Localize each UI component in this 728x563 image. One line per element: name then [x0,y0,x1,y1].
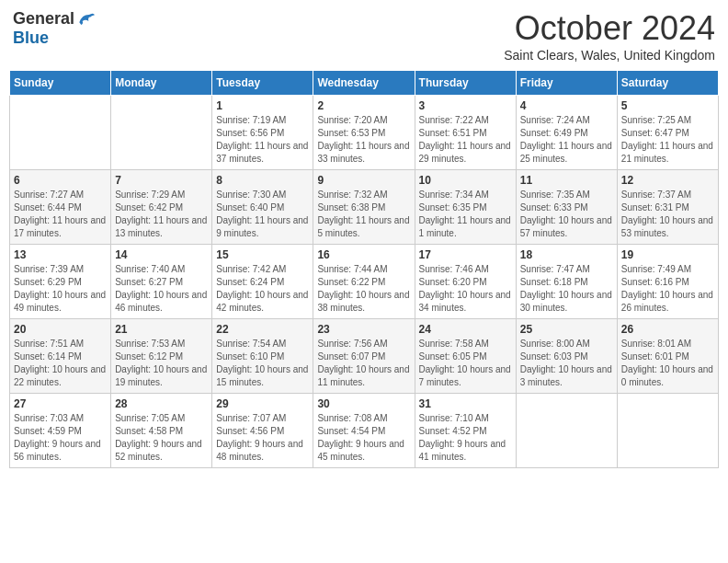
calendar-table: SundayMondayTuesdayWednesdayThursdayFrid… [9,70,719,468]
calendar-week-row: 27Sunrise: 7:03 AM Sunset: 4:59 PM Dayli… [10,394,719,468]
calendar-day-header: Wednesday [313,71,415,96]
day-info: Sunrise: 7:42 AM Sunset: 6:24 PM Dayligh… [216,263,309,315]
calendar-day-cell: 19Sunrise: 7:49 AM Sunset: 6:16 PM Dayli… [617,245,718,319]
calendar-day-header: Monday [111,71,212,96]
day-info: Sunrise: 7:20 AM Sunset: 6:53 PM Dayligh… [317,114,410,166]
day-number: 1 [216,99,309,112]
day-info: Sunrise: 7:29 AM Sunset: 6:42 PM Dayligh… [115,189,208,240]
day-info: Sunrise: 7:44 AM Sunset: 6:22 PM Dayligh… [317,263,410,315]
calendar-day-cell: 4Sunrise: 7:24 AM Sunset: 6:49 PM Daylig… [516,96,617,170]
logo-bird-icon [76,10,95,29]
calendar-day-cell [516,394,617,468]
calendar-day-cell: 21Sunrise: 7:53 AM Sunset: 6:12 PM Dayli… [111,319,212,394]
calendar-week-row: 6Sunrise: 7:27 AM Sunset: 6:44 PM Daylig… [10,170,719,245]
calendar-day-header: Sunday [10,71,111,96]
day-number: 13 [14,248,107,261]
calendar-day-cell: 6Sunrise: 7:27 AM Sunset: 6:44 PM Daylig… [10,170,111,245]
calendar-day-header: Thursday [415,71,516,96]
day-number: 5 [621,99,714,112]
day-info: Sunrise: 7:54 AM Sunset: 6:10 PM Dayligh… [216,338,309,389]
calendar-day-cell: 13Sunrise: 7:39 AM Sunset: 6:29 PM Dayli… [10,245,111,319]
calendar-day-cell: 9Sunrise: 7:32 AM Sunset: 6:38 PM Daylig… [313,170,415,245]
day-info: Sunrise: 7:37 AM Sunset: 6:31 PM Dayligh… [621,189,714,240]
day-info: Sunrise: 7:58 AM Sunset: 6:05 PM Dayligh… [419,338,512,389]
calendar-day-cell: 2Sunrise: 7:20 AM Sunset: 6:53 PM Daylig… [313,96,415,170]
calendar-day-cell: 30Sunrise: 7:08 AM Sunset: 4:54 PM Dayli… [313,394,415,468]
day-info: Sunrise: 7:05 AM Sunset: 4:58 PM Dayligh… [115,412,208,464]
day-info: Sunrise: 7:35 AM Sunset: 6:33 PM Dayligh… [520,189,613,240]
calendar-day-cell [10,96,111,170]
logo-general-text: General [13,9,74,29]
month-title: October 2024 [504,9,715,48]
calendar-day-header: Tuesday [212,71,313,96]
day-number: 24 [419,323,512,336]
calendar-day-cell: 18Sunrise: 7:47 AM Sunset: 6:18 PM Dayli… [516,245,617,319]
calendar-day-cell: 16Sunrise: 7:44 AM Sunset: 6:22 PM Dayli… [313,245,415,319]
day-info: Sunrise: 7:34 AM Sunset: 6:35 PM Dayligh… [419,189,512,240]
calendar-day-cell: 14Sunrise: 7:40 AM Sunset: 6:27 PM Dayli… [111,245,212,319]
day-number: 14 [115,248,208,261]
day-info: Sunrise: 7:46 AM Sunset: 6:20 PM Dayligh… [419,263,512,315]
day-info: Sunrise: 7:40 AM Sunset: 6:27 PM Dayligh… [115,263,208,315]
day-info: Sunrise: 7:56 AM Sunset: 6:07 PM Dayligh… [317,338,410,389]
calendar-day-cell: 31Sunrise: 7:10 AM Sunset: 4:52 PM Dayli… [415,394,516,468]
calendar-day-cell: 20Sunrise: 7:51 AM Sunset: 6:14 PM Dayli… [10,319,111,394]
day-number: 29 [216,397,309,410]
day-info: Sunrise: 7:25 AM Sunset: 6:47 PM Dayligh… [621,114,714,166]
day-number: 10 [419,174,512,187]
day-info: Sunrise: 7:22 AM Sunset: 6:51 PM Dayligh… [419,114,512,166]
day-info: Sunrise: 7:08 AM Sunset: 4:54 PM Dayligh… [317,412,410,464]
day-number: 21 [115,323,208,336]
day-number: 26 [621,323,714,336]
day-number: 25 [520,323,613,336]
day-info: Sunrise: 8:00 AM Sunset: 6:03 PM Dayligh… [520,338,613,389]
calendar-day-cell: 24Sunrise: 7:58 AM Sunset: 6:05 PM Dayli… [415,319,516,394]
calendar-day-cell: 26Sunrise: 8:01 AM Sunset: 6:01 PM Dayli… [617,319,718,394]
calendar-day-header: Friday [516,71,617,96]
day-number: 18 [520,248,613,261]
calendar-day-cell: 1Sunrise: 7:19 AM Sunset: 6:56 PM Daylig… [212,96,313,170]
calendar-header-row: SundayMondayTuesdayWednesdayThursdayFrid… [10,71,719,96]
calendar-day-header: Saturday [617,71,718,96]
calendar-day-cell: 3Sunrise: 7:22 AM Sunset: 6:51 PM Daylig… [415,96,516,170]
calendar-day-cell: 11Sunrise: 7:35 AM Sunset: 6:33 PM Dayli… [516,170,617,245]
calendar-day-cell: 17Sunrise: 7:46 AM Sunset: 6:20 PM Dayli… [415,245,516,319]
calendar-day-cell [617,394,718,468]
day-info: Sunrise: 7:27 AM Sunset: 6:44 PM Dayligh… [14,189,107,240]
calendar-day-cell: 15Sunrise: 7:42 AM Sunset: 6:24 PM Dayli… [212,245,313,319]
calendar-week-row: 20Sunrise: 7:51 AM Sunset: 6:14 PM Dayli… [10,319,719,394]
title-block: October 2024 Saint Clears, Wales, United… [504,9,715,63]
calendar-day-cell [111,96,212,170]
day-number: 16 [317,248,410,261]
day-number: 19 [621,248,714,261]
day-info: Sunrise: 7:47 AM Sunset: 6:18 PM Dayligh… [520,263,613,315]
day-number: 28 [115,397,208,410]
day-number: 27 [14,397,107,410]
day-info: Sunrise: 7:32 AM Sunset: 6:38 PM Dayligh… [317,189,410,240]
header: General Blue October 2024 Saint Clears, … [9,9,719,63]
day-number: 2 [317,99,410,112]
day-number: 15 [216,248,309,261]
calendar-day-cell: 7Sunrise: 7:29 AM Sunset: 6:42 PM Daylig… [111,170,212,245]
day-number: 30 [317,397,410,410]
day-info: Sunrise: 7:03 AM Sunset: 4:59 PM Dayligh… [14,412,107,464]
day-number: 11 [520,174,613,187]
day-number: 6 [14,174,107,187]
calendar-day-cell: 12Sunrise: 7:37 AM Sunset: 6:31 PM Dayli… [617,170,718,245]
calendar-day-cell: 23Sunrise: 7:56 AM Sunset: 6:07 PM Dayli… [313,319,415,394]
calendar-day-cell: 25Sunrise: 8:00 AM Sunset: 6:03 PM Dayli… [516,319,617,394]
day-info: Sunrise: 8:01 AM Sunset: 6:01 PM Dayligh… [621,338,714,389]
calendar-day-cell: 27Sunrise: 7:03 AM Sunset: 4:59 PM Dayli… [10,394,111,468]
calendar-week-row: 1Sunrise: 7:19 AM Sunset: 6:56 PM Daylig… [10,96,719,170]
day-info: Sunrise: 7:10 AM Sunset: 4:52 PM Dayligh… [419,412,512,464]
day-info: Sunrise: 7:53 AM Sunset: 6:12 PM Dayligh… [115,338,208,389]
day-number: 22 [216,323,309,336]
day-number: 12 [621,174,714,187]
calendar-day-cell: 5Sunrise: 7:25 AM Sunset: 6:47 PM Daylig… [617,96,718,170]
day-number: 4 [520,99,613,112]
day-info: Sunrise: 7:19 AM Sunset: 6:56 PM Dayligh… [216,114,309,166]
day-info: Sunrise: 7:51 AM Sunset: 6:14 PM Dayligh… [14,338,107,389]
day-info: Sunrise: 7:24 AM Sunset: 6:49 PM Dayligh… [520,114,613,166]
calendar-day-cell: 10Sunrise: 7:34 AM Sunset: 6:35 PM Dayli… [415,170,516,245]
day-info: Sunrise: 7:49 AM Sunset: 6:16 PM Dayligh… [621,263,714,315]
